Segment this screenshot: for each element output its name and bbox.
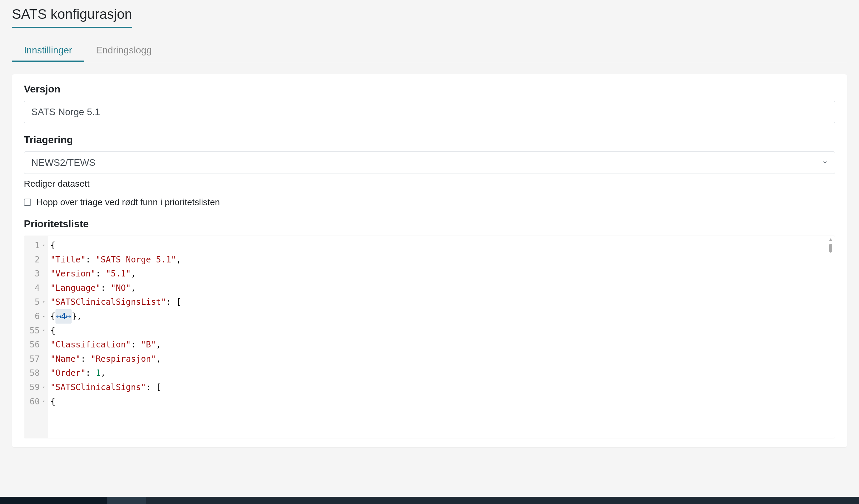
scroll-thumb[interactable] — [829, 244, 832, 253]
scroll-up-icon[interactable] — [829, 238, 832, 241]
skip-triage-checkbox[interactable] — [24, 199, 31, 206]
tab-settings[interactable]: Innstillinger — [12, 40, 84, 62]
fold-arrow-icon[interactable]: ▾ — [42, 242, 45, 249]
fold-arrow-icon[interactable]: ▾ — [42, 327, 45, 334]
scrollbar[interactable] — [828, 238, 833, 253]
tab-bar: Innstillinger Endringslogg — [12, 40, 847, 62]
fold-arrow-icon[interactable]: ▸ — [42, 313, 45, 320]
settings-panel: Versjon Triagering Rediger datasett Hopp… — [12, 74, 847, 447]
taskbar-segment[interactable] — [0, 497, 107, 504]
version-label: Versjon — [24, 83, 835, 95]
edit-dataset-link[interactable]: Rediger datasett — [24, 179, 835, 189]
taskbar — [0, 497, 859, 504]
tab-changelog[interactable]: Endringslogg — [84, 40, 164, 62]
fold-arrow-icon[interactable]: ▾ — [42, 398, 45, 405]
json-editor[interactable]: 1▾ 2 3 4 5▾ 6▸ 55▾ 56 57 58 59▾ 60▾ { "T… — [24, 235, 835, 438]
page-title: SATS konfigurasjon — [12, 6, 132, 28]
fold-arrow-icon[interactable]: ▾ — [42, 384, 45, 391]
editor-gutter: 1▾ 2 3 4 5▾ 6▸ 55▾ 56 57 58 59▾ 60▾ — [24, 236, 48, 438]
triage-label: Triagering — [24, 134, 835, 146]
triage-select[interactable] — [24, 152, 835, 174]
taskbar-segment[interactable] — [107, 497, 146, 504]
fold-arrow-icon[interactable]: ▾ — [42, 299, 45, 306]
priority-list-label: Prioritetsliste — [24, 218, 835, 230]
version-input[interactable] — [24, 101, 835, 123]
skip-triage-label: Hopp over triage ved rødt funn i priorit… — [36, 197, 220, 207]
editor-content[interactable]: { "Title": "SATS Norge 5.1", "Version": … — [48, 236, 835, 438]
